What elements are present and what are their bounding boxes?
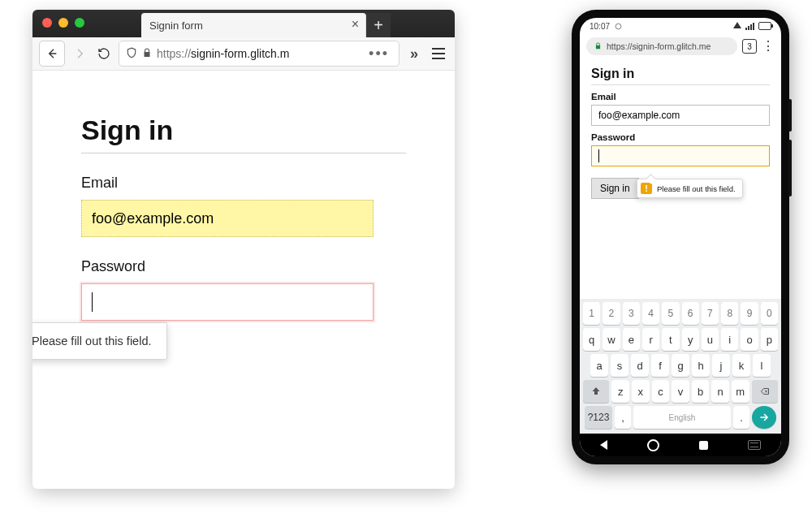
email-field[interactable] — [591, 105, 770, 126]
tab-bar: Signin form × + — [32, 10, 455, 37]
key-5[interactable]: 5 — [662, 302, 679, 325]
email-label: Email — [81, 175, 406, 192]
key-0[interactable]: 0 — [761, 302, 778, 325]
key-1[interactable]: 1 — [583, 302, 600, 325]
key-r[interactable]: r — [642, 328, 659, 351]
key-p[interactable]: p — [761, 328, 778, 351]
key-h[interactable]: h — [692, 354, 710, 377]
desktop-browser-window: Signin form × + https://signin-form.glit… — [32, 10, 455, 489]
email-label: Email — [591, 92, 770, 101]
browser-toolbar: https://signin-form.glitch.m ••• » — [32, 37, 455, 71]
new-tab-button[interactable]: + — [366, 13, 391, 37]
warning-icon: ! — [641, 183, 652, 194]
tab-title: Signin form — [149, 19, 203, 32]
app-menu-button[interactable] — [429, 41, 448, 66]
backspace-key[interactable] — [752, 380, 778, 403]
key-x[interactable]: x — [632, 380, 650, 403]
key-i[interactable]: i — [721, 328, 738, 351]
lock-icon — [142, 47, 152, 60]
tab-count-button[interactable]: 3 — [742, 39, 757, 54]
divider — [81, 153, 406, 153]
email-field[interactable] — [81, 200, 374, 237]
reload-icon — [97, 47, 110, 60]
key-n[interactable]: n — [711, 380, 729, 403]
key-o[interactable]: o — [741, 328, 758, 351]
comma-key[interactable]: , — [615, 406, 631, 429]
android-nav-bar — [580, 434, 781, 456]
key-v[interactable]: v — [672, 380, 689, 403]
status-bar: 10:07 — [580, 18, 781, 34]
nav-recents-button[interactable] — [699, 441, 708, 450]
mobile-url-row: https://signin-form.glitch.me 3 ⋮ — [580, 34, 781, 58]
maximize-window-button[interactable] — [75, 18, 84, 28]
validation-tooltip: ! Please fill out this field. — [637, 179, 743, 198]
shift-key[interactable] — [583, 380, 609, 403]
key-t[interactable]: t — [662, 328, 679, 351]
key-e[interactable]: e — [623, 328, 640, 351]
backspace-icon — [759, 386, 771, 396]
status-clock: 10:07 — [590, 22, 610, 31]
key-9[interactable]: 9 — [741, 302, 758, 325]
validation-message: Please fill out this field. — [32, 335, 152, 348]
url-text: https://signin-form.glitch.m — [157, 47, 289, 60]
close-window-button[interactable] — [42, 18, 52, 28]
back-button[interactable] — [39, 41, 65, 67]
shift-icon — [591, 386, 601, 396]
lock-icon — [594, 41, 602, 51]
close-tab-icon[interactable]: × — [352, 17, 359, 32]
key-y[interactable]: y — [682, 328, 699, 351]
key-d[interactable]: d — [631, 354, 649, 377]
key-m[interactable]: m — [732, 380, 749, 403]
text-caret — [92, 292, 93, 312]
overflow-button[interactable]: » — [404, 41, 424, 66]
wifi-icon — [733, 22, 741, 28]
nav-back-button[interactable] — [600, 440, 607, 450]
key-s[interactable]: s — [611, 354, 628, 377]
arrow-right-icon — [73, 47, 86, 60]
password-field[interactable] — [81, 283, 374, 321]
reload-button[interactable] — [94, 41, 114, 66]
minimize-window-button[interactable] — [58, 18, 68, 28]
key-8[interactable]: 8 — [721, 302, 738, 325]
go-key[interactable] — [752, 406, 776, 429]
key-7[interactable]: 7 — [702, 302, 719, 325]
key-g[interactable]: g — [672, 354, 689, 377]
window-controls — [42, 18, 84, 28]
key-w[interactable]: w — [603, 328, 620, 351]
signal-icon — [745, 23, 754, 30]
key-u[interactable]: u — [702, 328, 719, 351]
battery-icon — [758, 22, 771, 30]
forward-button[interactable] — [70, 41, 89, 66]
soft-keyboard: 1234567890 qwertyuiop asdfghjkl zxcvbnm … — [580, 299, 781, 434]
page-title: Sign in — [591, 67, 770, 81]
key-b[interactable]: b — [692, 380, 710, 403]
symbols-key[interactable]: ?123 — [585, 406, 612, 429]
key-6[interactable]: 6 — [682, 302, 699, 325]
key-4[interactable]: 4 — [642, 302, 659, 325]
key-2[interactable]: 2 — [603, 302, 620, 325]
key-q[interactable]: q — [583, 328, 600, 351]
nav-keyboard-button[interactable] — [748, 440, 761, 450]
more-menu-button[interactable]: ⋮ — [762, 42, 775, 50]
key-f[interactable]: f — [651, 354, 669, 377]
key-3[interactable]: 3 — [623, 302, 640, 325]
page-title: Sign in — [81, 114, 406, 146]
page-actions-icon[interactable]: ••• — [365, 45, 392, 63]
phone-side-button — [788, 140, 792, 196]
key-a[interactable]: a — [590, 354, 608, 377]
space-key[interactable]: English — [633, 406, 731, 429]
key-j[interactable]: j — [712, 354, 730, 377]
browser-tab[interactable]: Signin form × — [141, 13, 366, 37]
mobile-page-content: Sign in Email Password Sign in ! Please … — [580, 58, 781, 204]
key-c[interactable]: c — [652, 380, 670, 403]
url-bar[interactable]: https://signin-form.glitch.m ••• — [119, 41, 400, 67]
mobile-url-bar[interactable]: https://signin-form.glitch.me — [586, 37, 737, 55]
tracking-shield-icon[interactable] — [126, 47, 137, 61]
nav-home-button[interactable] — [647, 439, 659, 451]
password-field[interactable] — [591, 145, 770, 166]
key-k[interactable]: k — [732, 354, 750, 377]
key-z[interactable]: z — [611, 380, 629, 403]
period-key[interactable]: . — [733, 406, 749, 429]
signin-button[interactable]: Sign in — [591, 178, 639, 199]
key-l[interactable]: l — [753, 354, 771, 377]
